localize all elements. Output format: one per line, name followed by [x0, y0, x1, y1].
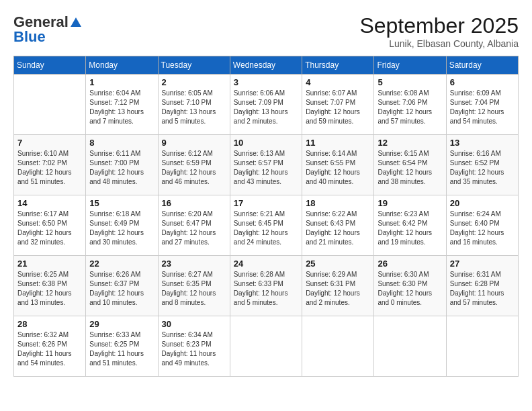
day-info: Sunrise: 6:12 AMSunset: 6:59 PMDaylight:… [162, 149, 226, 187]
day-number: 3 [234, 77, 298, 87]
calendar-cell: 28 Sunrise: 6:32 AMSunset: 6:26 PMDaylig… [14, 316, 86, 377]
calendar-week-row: 21 Sunrise: 6:25 AMSunset: 6:38 PMDaylig… [14, 256, 519, 316]
day-number: 1 [89, 77, 154, 87]
day-info: Sunrise: 6:34 AMSunset: 6:23 PMDaylight:… [162, 330, 226, 368]
calendar-table: SundayMondayTuesdayWednesdayThursdayFrid… [13, 56, 519, 377]
day-info: Sunrise: 6:08 AMSunset: 7:06 PMDaylight:… [378, 89, 442, 126]
day-info: Sunrise: 6:25 AMSunset: 6:38 PMDaylight:… [17, 270, 82, 308]
day-number: 15 [89, 198, 154, 208]
day-number: 23 [162, 259, 226, 269]
day-number: 26 [378, 259, 442, 269]
calendar-cell: 17 Sunrise: 6:21 AMSunset: 6:45 PMDaylig… [230, 195, 302, 256]
calendar-week-row: 1 Sunrise: 6:04 AMSunset: 7:12 PMDayligh… [14, 75, 519, 135]
calendar-cell: 3 Sunrise: 6:06 AMSunset: 7:09 PMDayligh… [230, 75, 302, 135]
calendar-cell: 4 Sunrise: 6:07 AMSunset: 7:07 PMDayligh… [302, 75, 374, 135]
calendar-cell: 5 Sunrise: 6:08 AMSunset: 7:06 PMDayligh… [374, 75, 446, 135]
calendar-cell [230, 316, 302, 377]
day-info: Sunrise: 6:28 AMSunset: 6:33 PMDaylight:… [234, 270, 298, 308]
calendar-cell: 19 Sunrise: 6:23 AMSunset: 6:42 PMDaylig… [374, 195, 446, 256]
day-number: 24 [234, 259, 298, 269]
calendar-cell [14, 75, 86, 135]
day-info: Sunrise: 6:09 AMSunset: 7:04 PMDaylight:… [450, 89, 515, 126]
calendar-cell: 23 Sunrise: 6:27 AMSunset: 6:35 PMDaylig… [158, 256, 230, 316]
calendar-cell: 9 Sunrise: 6:12 AMSunset: 6:59 PMDayligh… [158, 135, 230, 195]
logo-blue-text: Blue [13, 28, 46, 46]
svg-marker-0 [71, 17, 81, 27]
calendar-header-thursday: Thursday [302, 56, 374, 75]
day-number: 25 [306, 259, 370, 269]
calendar-cell: 16 Sunrise: 6:20 AMSunset: 6:47 PMDaylig… [158, 195, 230, 256]
calendar-cell: 12 Sunrise: 6:15 AMSunset: 6:54 PMDaylig… [374, 135, 446, 195]
day-info: Sunrise: 6:23 AMSunset: 6:42 PMDaylight:… [378, 210, 442, 247]
calendar-cell: 21 Sunrise: 6:25 AMSunset: 6:38 PMDaylig… [14, 256, 86, 316]
day-number: 28 [17, 319, 82, 329]
day-number: 4 [306, 77, 370, 87]
calendar-cell: 6 Sunrise: 6:09 AMSunset: 7:04 PMDayligh… [446, 75, 518, 135]
calendar-cell: 11 Sunrise: 6:14 AMSunset: 6:55 PMDaylig… [302, 135, 374, 195]
day-number: 7 [17, 138, 82, 148]
day-info: Sunrise: 6:15 AMSunset: 6:54 PMDaylight:… [378, 149, 442, 187]
day-info: Sunrise: 6:13 AMSunset: 6:57 PMDaylight:… [234, 149, 298, 187]
day-number: 9 [162, 138, 226, 148]
calendar-cell: 18 Sunrise: 6:22 AMSunset: 6:43 PMDaylig… [302, 195, 374, 256]
header: General Blue September 2025 Lunik, Elbas… [13, 13, 519, 49]
calendar-cell: 20 Sunrise: 6:24 AMSunset: 6:40 PMDaylig… [446, 195, 518, 256]
calendar-cell: 27 Sunrise: 6:31 AMSunset: 6:28 PMDaylig… [446, 256, 518, 316]
day-number: 10 [234, 138, 298, 148]
day-info: Sunrise: 6:24 AMSunset: 6:40 PMDaylight:… [450, 210, 515, 247]
title-area: September 2025 Lunik, Elbasan County, Al… [359, 13, 519, 49]
day-number: 12 [378, 138, 442, 148]
calendar-header-wednesday: Wednesday [230, 56, 302, 75]
month-title: September 2025 [359, 13, 519, 38]
day-info: Sunrise: 6:04 AMSunset: 7:12 PMDaylight:… [89, 89, 154, 126]
day-info: Sunrise: 6:20 AMSunset: 6:47 PMDaylight:… [162, 210, 226, 247]
day-number: 20 [450, 198, 515, 208]
day-number: 29 [89, 319, 154, 329]
calendar-cell [446, 316, 518, 377]
calendar-cell: 7 Sunrise: 6:10 AMSunset: 7:02 PMDayligh… [14, 135, 86, 195]
day-info: Sunrise: 6:14 AMSunset: 6:55 PMDaylight:… [306, 149, 370, 187]
day-info: Sunrise: 6:18 AMSunset: 6:49 PMDaylight:… [89, 210, 154, 247]
logo: General Blue [13, 13, 82, 46]
day-number: 6 [450, 77, 515, 87]
day-number: 30 [162, 319, 226, 329]
day-info: Sunrise: 6:31 AMSunset: 6:28 PMDaylight:… [450, 270, 515, 308]
calendar-week-row: 14 Sunrise: 6:17 AMSunset: 6:50 PMDaylig… [14, 195, 519, 256]
calendar-header-monday: Monday [86, 56, 158, 75]
day-number: 11 [306, 138, 370, 148]
calendar-cell [302, 316, 374, 377]
calendar-cell: 26 Sunrise: 6:30 AMSunset: 6:30 PMDaylig… [374, 256, 446, 316]
calendar-cell: 29 Sunrise: 6:33 AMSunset: 6:25 PMDaylig… [86, 316, 158, 377]
calendar-week-row: 28 Sunrise: 6:32 AMSunset: 6:26 PMDaylig… [14, 316, 519, 377]
calendar-cell: 13 Sunrise: 6:16 AMSunset: 6:52 PMDaylig… [446, 135, 518, 195]
day-number: 13 [450, 138, 515, 148]
calendar-header-tuesday: Tuesday [158, 56, 230, 75]
day-info: Sunrise: 6:26 AMSunset: 6:37 PMDaylight:… [89, 270, 154, 308]
calendar-cell: 10 Sunrise: 6:13 AMSunset: 6:57 PMDaylig… [230, 135, 302, 195]
day-info: Sunrise: 6:11 AMSunset: 7:00 PMDaylight:… [89, 149, 154, 187]
day-info: Sunrise: 6:10 AMSunset: 7:02 PMDaylight:… [17, 149, 82, 187]
day-number: 18 [306, 198, 370, 208]
day-number: 19 [378, 198, 442, 208]
calendar-cell: 22 Sunrise: 6:26 AMSunset: 6:37 PMDaylig… [86, 256, 158, 316]
calendar-cell: 30 Sunrise: 6:34 AMSunset: 6:23 PMDaylig… [158, 316, 230, 377]
day-info: Sunrise: 6:06 AMSunset: 7:09 PMDaylight:… [234, 89, 298, 126]
day-info: Sunrise: 6:32 AMSunset: 6:26 PMDaylight:… [17, 330, 82, 368]
day-number: 14 [17, 198, 82, 208]
day-info: Sunrise: 6:22 AMSunset: 6:43 PMDaylight:… [306, 210, 370, 247]
logo-triangle-icon [70, 16, 82, 28]
day-info: Sunrise: 6:21 AMSunset: 6:45 PMDaylight:… [234, 210, 298, 247]
calendar-cell: 15 Sunrise: 6:18 AMSunset: 6:49 PMDaylig… [86, 195, 158, 256]
day-info: Sunrise: 6:07 AMSunset: 7:07 PMDaylight:… [306, 89, 370, 126]
calendar-cell: 24 Sunrise: 6:28 AMSunset: 6:33 PMDaylig… [230, 256, 302, 316]
day-info: Sunrise: 6:16 AMSunset: 6:52 PMDaylight:… [450, 149, 515, 187]
day-info: Sunrise: 6:29 AMSunset: 6:31 PMDaylight:… [306, 270, 370, 308]
day-info: Sunrise: 6:33 AMSunset: 6:25 PMDaylight:… [89, 330, 154, 368]
day-info: Sunrise: 6:05 AMSunset: 7:10 PMDaylight:… [162, 89, 226, 126]
location-text: Lunik, Elbasan County, Albania [359, 38, 519, 49]
calendar-header-sunday: Sunday [14, 56, 86, 75]
day-info: Sunrise: 6:17 AMSunset: 6:50 PMDaylight:… [17, 210, 82, 247]
day-info: Sunrise: 6:27 AMSunset: 6:35 PMDaylight:… [162, 270, 226, 308]
day-number: 21 [17, 259, 82, 269]
day-number: 2 [162, 77, 226, 87]
